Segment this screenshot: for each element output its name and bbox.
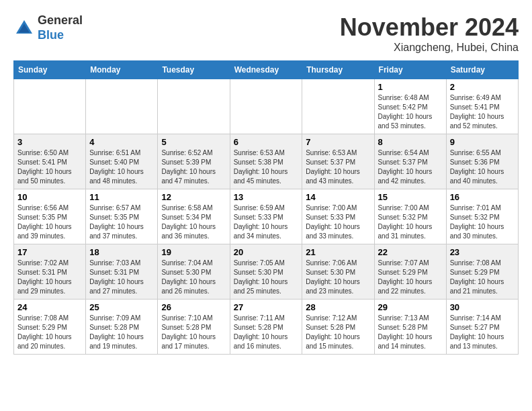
day-number: 30 [450,302,515,312]
day-info: Sunrise: 7:00 AM Sunset: 5:32 PM Dayligh… [378,203,443,241]
day-number: 14 [306,192,370,202]
day-info: Sunrise: 6:53 AM Sunset: 5:38 PM Dayligh… [234,148,299,186]
day-info: Sunrise: 6:52 AM Sunset: 5:39 PM Dayligh… [161,148,226,186]
day-number: 18 [89,247,154,257]
day-number: 28 [306,302,370,312]
calendar-day: 16Sunrise: 7:01 AM Sunset: 5:32 PM Dayli… [446,189,518,244]
day-info: Sunrise: 7:14 AM Sunset: 5:27 PM Dayligh… [450,314,515,351]
page-header: General Blue November 2024 Xiangcheng, H… [13,13,519,54]
day-number: 20 [234,247,299,257]
day-info: Sunrise: 6:59 AM Sunset: 5:33 PM Dayligh… [234,203,299,241]
calendar-day: 10Sunrise: 6:56 AM Sunset: 5:35 PM Dayli… [14,189,86,244]
day-number: 4 [89,137,154,147]
calendar-day: 7Sunrise: 6:53 AM Sunset: 5:37 PM Daylig… [302,134,374,189]
weekday-header: Saturday [446,61,518,79]
logo-icon [13,17,35,39]
day-info: Sunrise: 6:56 AM Sunset: 5:35 PM Dayligh… [17,203,82,241]
calendar-day [14,79,86,134]
day-number: 12 [161,192,226,202]
calendar-day: 29Sunrise: 7:13 AM Sunset: 5:28 PM Dayli… [374,300,446,355]
calendar-day: 3Sunrise: 6:50 AM Sunset: 5:41 PM Daylig… [14,134,86,189]
day-info: Sunrise: 7:08 AM Sunset: 5:29 PM Dayligh… [17,314,82,351]
day-info: Sunrise: 7:09 AM Sunset: 5:28 PM Dayligh… [89,314,154,351]
day-info: Sunrise: 6:55 AM Sunset: 5:36 PM Dayligh… [450,148,515,186]
calendar-day: 2Sunrise: 6:49 AM Sunset: 5:41 PM Daylig… [446,79,518,134]
day-number: 23 [450,247,515,257]
calendar-week: 1Sunrise: 6:48 AM Sunset: 5:42 PM Daylig… [14,79,519,134]
calendar-table: SundayMondayTuesdayWednesdayThursdayFrid… [13,60,519,355]
calendar-week: 24Sunrise: 7:08 AM Sunset: 5:29 PM Dayli… [14,300,519,355]
calendar-day: 1Sunrise: 6:48 AM Sunset: 5:42 PM Daylig… [374,79,446,134]
day-info: Sunrise: 7:13 AM Sunset: 5:28 PM Dayligh… [378,314,443,351]
day-number: 24 [17,302,82,312]
day-number: 27 [234,302,299,312]
calendar-day: 18Sunrise: 7:03 AM Sunset: 5:31 PM Dayli… [86,244,158,300]
calendar-day [86,79,158,134]
day-info: Sunrise: 6:58 AM Sunset: 5:34 PM Dayligh… [161,203,226,241]
day-number: 1 [378,82,443,92]
day-number: 17 [17,247,82,257]
day-info: Sunrise: 7:06 AM Sunset: 5:30 PM Dayligh… [306,259,370,296]
calendar-week: 3Sunrise: 6:50 AM Sunset: 5:41 PM Daylig… [14,134,519,189]
calendar-day: 20Sunrise: 7:05 AM Sunset: 5:30 PM Dayli… [230,244,302,300]
day-number: 21 [306,247,370,257]
day-info: Sunrise: 7:03 AM Sunset: 5:31 PM Dayligh… [89,259,154,296]
calendar-day: 25Sunrise: 7:09 AM Sunset: 5:28 PM Dayli… [86,300,158,355]
calendar-day: 24Sunrise: 7:08 AM Sunset: 5:29 PM Dayli… [14,300,86,355]
calendar-day: 21Sunrise: 7:06 AM Sunset: 5:30 PM Dayli… [302,244,374,300]
day-number: 26 [161,302,226,312]
day-info: Sunrise: 7:08 AM Sunset: 5:29 PM Dayligh… [450,259,515,296]
calendar-week: 17Sunrise: 7:02 AM Sunset: 5:31 PM Dayli… [14,244,519,300]
logo-text: General Blue [38,13,83,42]
day-number: 29 [378,302,443,312]
day-info: Sunrise: 7:10 AM Sunset: 5:28 PM Dayligh… [161,314,226,351]
day-info: Sunrise: 6:54 AM Sunset: 5:37 PM Dayligh… [378,148,443,186]
location: Xiangcheng, Hubei, China [340,42,519,54]
day-number: 3 [17,137,82,147]
day-number: 6 [234,137,299,147]
calendar-day: 23Sunrise: 7:08 AM Sunset: 5:29 PM Dayli… [446,244,518,300]
day-info: Sunrise: 7:12 AM Sunset: 5:28 PM Dayligh… [306,314,370,351]
weekday-header: Sunday [14,61,86,79]
day-info: Sunrise: 6:57 AM Sunset: 5:35 PM Dayligh… [89,203,154,241]
day-number: 11 [89,192,154,202]
day-number: 22 [378,247,443,257]
day-number: 5 [161,137,226,147]
weekday-header: Monday [86,61,158,79]
day-number: 16 [450,192,515,202]
day-info: Sunrise: 7:05 AM Sunset: 5:30 PM Dayligh… [234,259,299,296]
day-number: 13 [234,192,299,202]
day-number: 19 [161,247,226,257]
calendar-day: 19Sunrise: 7:04 AM Sunset: 5:30 PM Dayli… [158,244,230,300]
calendar-day: 26Sunrise: 7:10 AM Sunset: 5:28 PM Dayli… [158,300,230,355]
day-info: Sunrise: 6:50 AM Sunset: 5:41 PM Dayligh… [17,148,82,186]
title-section: November 2024 Xiangcheng, Hubei, China [340,13,519,54]
day-info: Sunrise: 7:04 AM Sunset: 5:30 PM Dayligh… [161,259,226,296]
calendar-day: 30Sunrise: 7:14 AM Sunset: 5:27 PM Dayli… [446,300,518,355]
calendar-day: 17Sunrise: 7:02 AM Sunset: 5:31 PM Dayli… [14,244,86,300]
weekday-header: Wednesday [230,61,302,79]
calendar-week: 10Sunrise: 6:56 AM Sunset: 5:35 PM Dayli… [14,189,519,244]
calendar-day: 4Sunrise: 6:51 AM Sunset: 5:40 PM Daylig… [86,134,158,189]
month-year: November 2024 [340,13,519,42]
calendar-header: SundayMondayTuesdayWednesdayThursdayFrid… [14,61,519,79]
day-number: 2 [450,82,515,92]
calendar-day: 27Sunrise: 7:11 AM Sunset: 5:28 PM Dayli… [230,300,302,355]
calendar-day [302,79,374,134]
calendar-day: 12Sunrise: 6:58 AM Sunset: 5:34 PM Dayli… [158,189,230,244]
calendar-day: 11Sunrise: 6:57 AM Sunset: 5:35 PM Dayli… [86,189,158,244]
calendar-day: 6Sunrise: 6:53 AM Sunset: 5:38 PM Daylig… [230,134,302,189]
calendar-day: 5Sunrise: 6:52 AM Sunset: 5:39 PM Daylig… [158,134,230,189]
day-number: 8 [378,137,443,147]
calendar-day [230,79,302,134]
calendar-day: 14Sunrise: 7:00 AM Sunset: 5:33 PM Dayli… [302,189,374,244]
day-info: Sunrise: 6:48 AM Sunset: 5:42 PM Dayligh… [378,93,443,131]
day-info: Sunrise: 7:11 AM Sunset: 5:28 PM Dayligh… [234,314,299,351]
weekday-header: Thursday [302,61,374,79]
calendar-day: 28Sunrise: 7:12 AM Sunset: 5:28 PM Dayli… [302,300,374,355]
calendar-day: 22Sunrise: 7:07 AM Sunset: 5:29 PM Dayli… [374,244,446,300]
calendar-day: 9Sunrise: 6:55 AM Sunset: 5:36 PM Daylig… [446,134,518,189]
day-number: 15 [378,192,443,202]
day-info: Sunrise: 6:53 AM Sunset: 5:37 PM Dayligh… [306,148,370,186]
day-number: 7 [306,137,370,147]
